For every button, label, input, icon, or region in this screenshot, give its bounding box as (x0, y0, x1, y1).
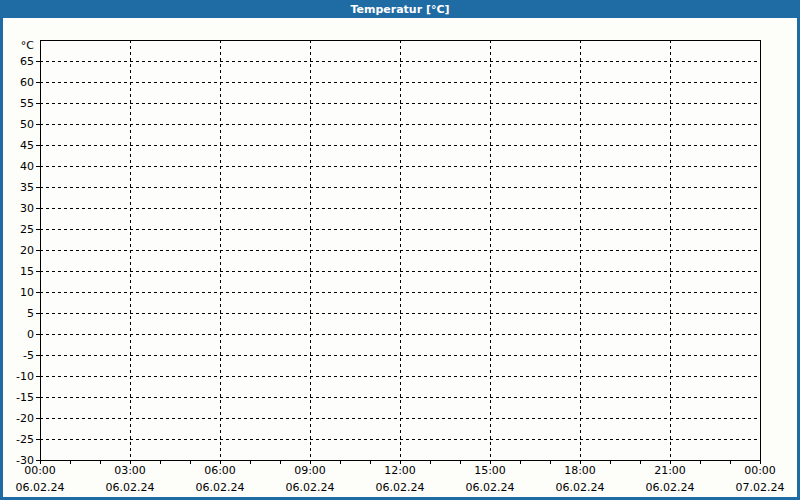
y-tick-label: 15 (20, 265, 34, 278)
y-tick-label: 5 (27, 307, 34, 320)
y-tick-label: 20 (20, 244, 34, 257)
chart-window: Temperatur [°C] 656055504540353025201510… (0, 0, 800, 500)
x-date-label: 06.02.24 (646, 481, 695, 494)
x-time-label: 06:00 (204, 464, 236, 477)
x-date-label: 06.02.24 (16, 481, 65, 494)
x-date-label: 06.02.24 (376, 481, 425, 494)
x-time-label: 15:00 (474, 464, 506, 477)
y-tick-label: 40 (20, 160, 34, 173)
x-date-label: 06.02.24 (466, 481, 515, 494)
y-axis-unit-label: °C (21, 39, 35, 52)
y-tick-label: 10 (20, 286, 34, 299)
x-date-label: 06.02.24 (106, 481, 155, 494)
x-time-label: 00:00 (24, 464, 56, 477)
y-tick-label: 35 (20, 181, 34, 194)
y-tick-label: 65 (20, 55, 34, 68)
x-date-label: 06.02.24 (286, 481, 335, 494)
y-tick-label: 50 (20, 118, 34, 131)
x-time-label: 21:00 (654, 464, 686, 477)
y-tick-label: 30 (20, 202, 34, 215)
y-tick-label: -20 (16, 412, 34, 425)
x-date-label: 06.02.24 (196, 481, 245, 494)
y-tick-label: 45 (20, 139, 34, 152)
y-tick-label: 60 (20, 76, 34, 89)
x-time-label: 03:00 (114, 464, 146, 477)
y-tick-label: -25 (16, 433, 34, 446)
x-date-label: 07.02.24 (736, 481, 785, 494)
x-time-label: 12:00 (384, 464, 416, 477)
y-tick-label: 0 (27, 328, 34, 341)
temperature-chart: 65605550454035302520151050-5-10-15-20-25… (0, 0, 800, 500)
x-date-label: 06.02.24 (556, 481, 605, 494)
x-time-label: 00:00 (744, 464, 776, 477)
y-tick-label: -10 (16, 370, 34, 383)
x-time-label: 18:00 (564, 464, 596, 477)
y-tick-label: -5 (23, 349, 34, 362)
x-time-label: 09:00 (294, 464, 326, 477)
y-tick-label: 55 (20, 97, 34, 110)
y-tick-label: 25 (20, 223, 34, 236)
y-tick-label: -15 (16, 391, 34, 404)
